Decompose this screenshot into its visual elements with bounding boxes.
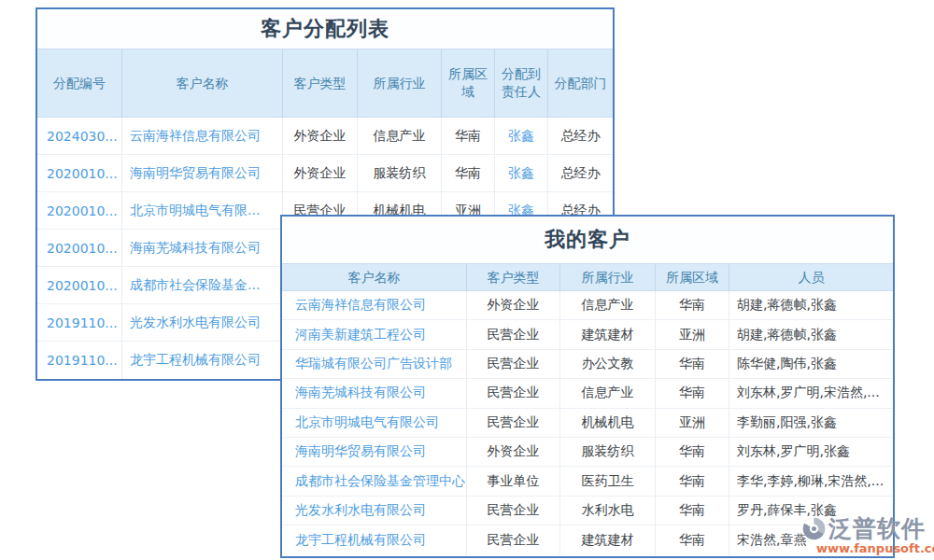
cell-customer-name[interactable]: 龙宇工程机械有限公司 [122, 342, 283, 379]
cell-industry: 机械机电 [560, 409, 656, 437]
cell-customer-name[interactable]: 云南海祥信息有限公司 [282, 291, 467, 319]
my-customers-table-header: 客户名称客户类型所属行业所属区域人员 [282, 263, 893, 291]
column-header: 客户名称 [122, 49, 283, 117]
table-row: 成都市社会保险基金管理中心事业单位医药卫生华南李华,李婷,柳琳,宋浩然,... [282, 467, 893, 496]
cell-industry: 信息产业 [560, 379, 656, 407]
column-header: 人员 [729, 264, 893, 290]
table-row: 云南海祥信息有限公司外资企业信息产业华南胡建,蒋德帧,张鑫 [282, 291, 893, 320]
table-row: 华瑞城有限公司广告设计部民营企业办公文教华南陈华健,陶伟,张鑫 [282, 350, 893, 379]
column-header: 分配部门 [548, 49, 613, 117]
table-row: 2024030...云南海祥信息有限公司外资企业信息产业华南张鑫总经办 [37, 118, 613, 155]
cell-customer-type: 民营企业 [467, 350, 560, 378]
cell-customer-name[interactable]: 北京市明城电气有限... [122, 192, 283, 229]
cell-customer-name[interactable]: 龙宇工程机械有限公司 [282, 525, 467, 554]
table-row: 2020010...海南明华贸易有限公司外资企业服装纺织华南张鑫总经办 [37, 155, 613, 192]
cell-region: 华南 [442, 155, 495, 191]
cell-industry: 办公文教 [560, 350, 656, 378]
column-header: 客户类型 [467, 264, 560, 290]
brand-name: 泛普软件 [828, 517, 926, 540]
cell-assignee[interactable]: 张鑫 [495, 155, 548, 191]
cell-customer-name[interactable]: 海南明华贸易有限公司 [122, 155, 283, 191]
my-customers-table: 我的客户 客户名称客户类型所属行业所属区域人员 云南海祥信息有限公司外资企业信息… [280, 215, 895, 558]
cell-industry: 医药卫生 [560, 467, 656, 495]
cell-customer-name[interactable]: 华瑞城有限公司广告设计部 [282, 350, 467, 378]
column-header: 所属行业 [358, 49, 442, 117]
column-header: 分配编号 [37, 49, 122, 117]
allocation-table-header: 分配编号客户名称客户类型所属行业所属区域分配到责任人分配部门 [37, 49, 613, 118]
cell-industry: 服装纺织 [358, 155, 442, 191]
cell-region: 亚洲 [656, 409, 729, 437]
cell-people: 陈华健,陶伟,张鑫 [729, 350, 893, 378]
table-row: 海南芜城科技有限公司民营企业信息产业华南刘东林,罗广明,宋浩然,... [282, 379, 893, 408]
cell-allocation-id[interactable]: 2019110... [37, 342, 122, 379]
cell-customer-name[interactable]: 成都市社会保险基金管理中心 [282, 467, 467, 495]
cell-allocation-id[interactable]: 2019110... [37, 304, 122, 341]
my-customers-table-title: 我的客户 [282, 217, 893, 263]
cell-customer-name[interactable]: 海南芜城科技有限公司 [282, 379, 467, 407]
cell-region: 华南 [656, 497, 729, 525]
column-header: 所属区域 [656, 264, 729, 290]
cell-assignee[interactable]: 张鑫 [495, 118, 548, 154]
cell-customer-name[interactable]: 光发水利水电有限公司 [282, 497, 467, 525]
cell-region: 华南 [656, 291, 729, 319]
cell-region: 亚洲 [656, 320, 729, 348]
table-row: 北京市明城电气有限公司民营企业机械机电亚洲李勤丽,阳强,张鑫 [282, 409, 893, 438]
cell-region: 华南 [656, 438, 729, 466]
cell-customer-type: 外资企业 [467, 438, 560, 466]
cell-industry: 建筑建材 [560, 525, 656, 554]
cell-industry: 建筑建材 [560, 320, 656, 348]
cell-customer-type: 外资企业 [283, 118, 358, 154]
cell-industry: 水利水电 [560, 497, 656, 525]
cell-industry: 信息产业 [560, 291, 656, 319]
cell-customer-type: 外资企业 [283, 155, 358, 191]
cell-allocation-id[interactable]: 2020010... [37, 267, 122, 303]
cell-industry: 信息产业 [358, 118, 442, 154]
brand-url: www.fanpusoft.com [816, 542, 934, 554]
cell-region: 华南 [656, 379, 729, 407]
watermark: 泛普软件 www.fanpusoft.com [801, 516, 934, 554]
column-header: 分配到责任人 [495, 49, 548, 117]
cell-allocation-id[interactable]: 2020010... [37, 230, 122, 266]
cell-customer-name[interactable]: 北京市明城电气有限公司 [282, 409, 467, 437]
column-header: 客户名称 [282, 264, 467, 290]
cell-customer-type: 民营企业 [467, 525, 560, 554]
cell-department: 总经办 [548, 155, 613, 191]
cell-customer-name[interactable]: 河南美新建筑工程公司 [282, 320, 467, 348]
cell-industry: 服装纺织 [560, 438, 656, 466]
cell-customer-name[interactable]: 成都市社会保险基金... [122, 267, 283, 303]
cell-region: 华南 [656, 525, 729, 554]
cell-customer-type: 民营企业 [467, 320, 560, 348]
cell-customer-name[interactable]: 海南明华贸易有限公司 [282, 438, 467, 466]
cell-region: 华南 [442, 118, 495, 154]
cell-customer-type: 民营企业 [467, 497, 560, 525]
cell-people: 李华,李婷,柳琳,宋浩然,... [729, 467, 893, 495]
allocation-table-title: 客户分配列表 [37, 9, 613, 49]
column-header: 所属行业 [560, 264, 656, 290]
cell-people: 胡建,蒋德帧,张鑫 [729, 320, 893, 348]
cell-department: 总经办 [548, 118, 613, 154]
cell-customer-type: 民营企业 [467, 409, 560, 437]
cell-allocation-id[interactable]: 2020010... [37, 155, 122, 191]
cell-people: 李勤丽,阳强,张鑫 [729, 409, 893, 437]
column-header: 客户类型 [283, 49, 358, 117]
fanpu-logo-icon [801, 516, 827, 541]
table-row: 河南美新建筑工程公司民营企业建筑建材亚洲胡建,蒋德帧,张鑫 [282, 320, 893, 349]
cell-region: 华南 [656, 467, 729, 495]
cell-customer-name[interactable]: 海南芜城科技有限公司 [122, 230, 283, 266]
cell-customer-type: 民营企业 [467, 379, 560, 407]
cell-customer-name[interactable]: 云南海祥信息有限公司 [122, 118, 283, 154]
cell-customer-type: 事业单位 [467, 467, 560, 495]
column-header: 所属区域 [442, 49, 495, 117]
cell-allocation-id[interactable]: 2024030... [37, 118, 122, 154]
cell-region: 华南 [656, 350, 729, 378]
cell-people: 刘东林,罗广明,宋浩然,... [729, 379, 893, 407]
cell-customer-type: 外资企业 [467, 291, 560, 319]
cell-people: 胡建,蒋德帧,张鑫 [729, 291, 893, 319]
cell-people: 刘东林,罗广明,张鑫 [729, 438, 893, 466]
table-row: 海南明华贸易有限公司外资企业服装纺织华南刘东林,罗广明,张鑫 [282, 438, 893, 467]
cell-customer-name[interactable]: 光发水利水电有限公司 [122, 304, 283, 341]
cell-allocation-id[interactable]: 2020010... [37, 192, 122, 229]
